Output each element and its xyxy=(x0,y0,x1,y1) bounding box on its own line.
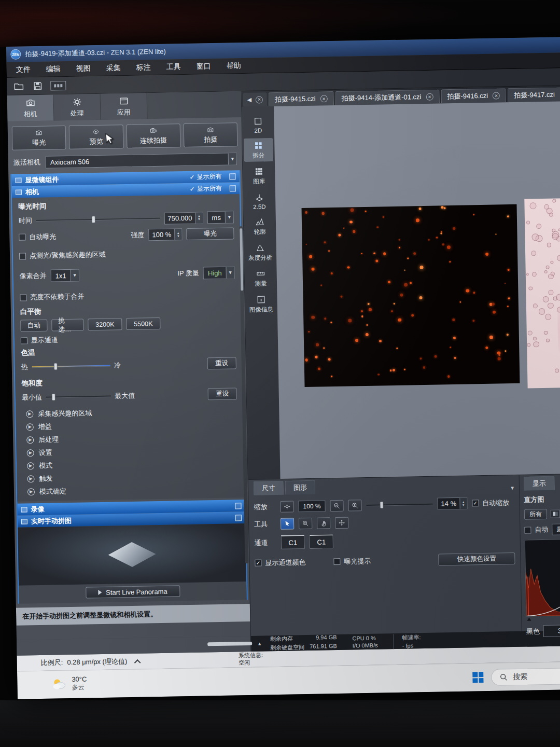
histogram-all-button[interactable]: 所有 xyxy=(524,509,547,520)
spinner-arrows-icon[interactable]: ▲▼ xyxy=(174,229,181,240)
chevron-down-icon[interactable]: ▼ xyxy=(228,153,236,164)
auto-exposure-checkbox[interactable]: 自动曝光 xyxy=(19,232,56,242)
panel-collapse-icon[interactable]: ▼ xyxy=(510,485,515,491)
black-value-spinner[interactable]: 3 ▲▼ xyxy=(543,625,560,637)
wb-auto-button[interactable]: 自动 xyxy=(20,320,47,332)
tab-camera[interactable]: 相机 xyxy=(7,94,54,121)
min-mode-select[interactable]: 最小 xyxy=(552,523,560,535)
show-all-check-icon[interactable]: ✓ xyxy=(190,185,195,192)
document-tab[interactable]: 拍摄-9415.czi ✕ xyxy=(269,91,334,106)
weather-widget[interactable]: 30°C 多云 xyxy=(51,675,87,691)
spot-metering-checkbox[interactable]: 点测光/聚焦感兴趣的区域 xyxy=(19,250,106,261)
detach-panel-icon[interactable] xyxy=(229,173,235,179)
zoom-spinner[interactable]: 14 % ▲▼ xyxy=(437,497,467,510)
detach-panel-icon[interactable] xyxy=(235,515,242,521)
image-viewport[interactable] xyxy=(274,101,560,479)
view-2-5d[interactable]: 2.5D xyxy=(245,190,274,212)
menu-edit[interactable]: 编辑 xyxy=(46,64,61,74)
view-image-info[interactable]: 图像信息 xyxy=(246,292,276,316)
time-unit-select[interactable]: ms ▼ xyxy=(207,211,234,224)
close-tab-icon[interactable]: ✕ xyxy=(426,93,433,101)
document-tab[interactable]: 拍摄-9414-添加通道-01.czi ✕ xyxy=(335,89,439,105)
brightness-independent-checkbox[interactable]: 亮度不依赖于合并 xyxy=(20,292,84,302)
tool-select-button[interactable] xyxy=(281,518,294,529)
spinner-arrows-icon[interactable]: ▲▼ xyxy=(459,498,467,509)
tab-applications[interactable]: 应用 xyxy=(101,93,148,120)
exposure-time-slider[interactable] xyxy=(36,214,160,225)
set-exposure-button[interactable]: 曝光 xyxy=(186,227,234,240)
zoom-100-button[interactable]: 100 % xyxy=(298,500,325,512)
view-profile[interactable]: 轮廓 xyxy=(245,214,275,238)
tab-display[interactable]: 显示 xyxy=(524,476,555,491)
wb-3200k-button[interactable]: 3200K xyxy=(88,318,122,330)
windows-start-button[interactable] xyxy=(472,672,483,683)
document-tab[interactable]: 拍摄-9417.czi xyxy=(508,87,560,102)
quick-color-settings-button[interactable]: 快速颜色设置 xyxy=(438,552,515,566)
menu-annotation[interactable]: 标注 xyxy=(136,63,151,72)
chevron-down-icon[interactable]: ▼ xyxy=(225,211,233,223)
fit-view-icon[interactable] xyxy=(280,501,293,512)
black-point-marker[interactable] xyxy=(527,617,531,620)
chevron-down-icon[interactable]: ▼ xyxy=(226,267,234,278)
tool-zoom-button[interactable] xyxy=(299,518,312,529)
fluorescence-channel[interactable] xyxy=(302,204,520,387)
menu-acquisition[interactable]: 采集 xyxy=(106,63,121,73)
tab-processing[interactable]: 处理 xyxy=(54,94,101,121)
intensity-spinner[interactable]: 100 % ▲▼ xyxy=(148,228,182,241)
exposure-time-spinner[interactable]: 750.000 ▲▼ xyxy=(164,212,203,224)
linear-display-icon[interactable] xyxy=(551,510,560,518)
close-document-icon[interactable]: ✕ xyxy=(256,96,263,103)
saturation-slider[interactable] xyxy=(46,391,111,402)
view-split[interactable]: 拆分 xyxy=(244,138,273,162)
taskbar-search[interactable]: 搜索 xyxy=(491,668,560,686)
menu-view[interactable]: 视图 xyxy=(76,64,91,73)
zoom-slider[interactable] xyxy=(366,499,432,509)
ip-quality-select[interactable]: High ▼ xyxy=(203,266,235,279)
view-gray-analysis[interactable]: 灰度分析 xyxy=(246,240,275,264)
histogram[interactable] xyxy=(525,538,560,617)
active-camera-select[interactable]: Axiocam 506 ▼ xyxy=(46,153,237,168)
exposure-button[interactable]: 曝光 xyxy=(12,126,66,150)
continuous-capture-button[interactable]: 连续拍摄 xyxy=(126,123,180,148)
close-tab-icon[interactable]: ✕ xyxy=(493,92,500,99)
exposure-hint-checkbox[interactable]: 曝光提示 xyxy=(333,556,371,566)
tab-dimensions[interactable]: 尺寸 xyxy=(254,481,284,495)
tool-pan-button[interactable] xyxy=(317,517,330,529)
view-gallery[interactable]: 图库 xyxy=(244,164,274,188)
color-temp-slider[interactable] xyxy=(32,361,110,371)
menu-help[interactable]: 帮助 xyxy=(227,61,241,71)
detach-panel-icon[interactable] xyxy=(235,503,241,509)
detach-panel-icon[interactable] xyxy=(230,185,236,191)
wb-5500k-button[interactable]: 5500K xyxy=(126,317,160,330)
snap-button[interactable]: 拍摄 xyxy=(183,122,237,147)
zoom-out-icon[interactable] xyxy=(330,500,343,511)
menu-window[interactable]: 窗口 xyxy=(197,62,211,71)
spinner-arrows-icon[interactable]: ▲▼ xyxy=(195,212,202,223)
auto-minmax-checkbox[interactable]: 自动 xyxy=(524,525,548,535)
binning-select[interactable]: 1x1 ▼ xyxy=(51,269,79,282)
channel-c1-button[interactable]: C1 xyxy=(281,535,305,549)
menu-tools[interactable]: 工具 xyxy=(166,62,181,72)
saturation-reset-button[interactable]: 重设 xyxy=(208,388,237,400)
menu-file[interactable]: 文件 xyxy=(16,65,31,74)
document-tab[interactable]: 拍摄-9416.czi ✕ xyxy=(441,88,506,103)
wb-pick-button[interactable]: 挑选… xyxy=(51,319,83,331)
tab-scroll-controls[interactable]: ◀ ✕ xyxy=(243,92,267,107)
tool-navigator-button[interactable] xyxy=(335,517,348,529)
show-channel-checkbox[interactable]: 显示通道 xyxy=(21,335,58,345)
save-icon[interactable] xyxy=(32,80,43,91)
channel-c1b-button[interactable]: C1 xyxy=(310,534,333,549)
recent-files-icon[interactable] xyxy=(50,81,66,91)
chevron-down-icon[interactable]: ▼ xyxy=(70,270,78,281)
color-temp-reset-button[interactable]: 重设 xyxy=(207,357,236,369)
chevron-up-icon[interactable] xyxy=(134,659,141,666)
horizontal-scrollbar[interactable] xyxy=(207,642,252,646)
show-all-check-icon[interactable]: ✓ xyxy=(189,173,194,181)
tab-scroll-left-icon[interactable]: ◀ xyxy=(247,96,252,103)
auto-zoom-checkbox[interactable]: 自动缩放 xyxy=(472,498,509,508)
view-measure[interactable]: 测量 xyxy=(246,266,275,290)
view-2d[interactable]: 2D xyxy=(243,114,273,136)
open-file-icon[interactable] xyxy=(13,81,24,91)
statusbar-expand-icon[interactable]: ▲ xyxy=(257,641,262,646)
zoom-in-icon[interactable] xyxy=(348,500,361,511)
